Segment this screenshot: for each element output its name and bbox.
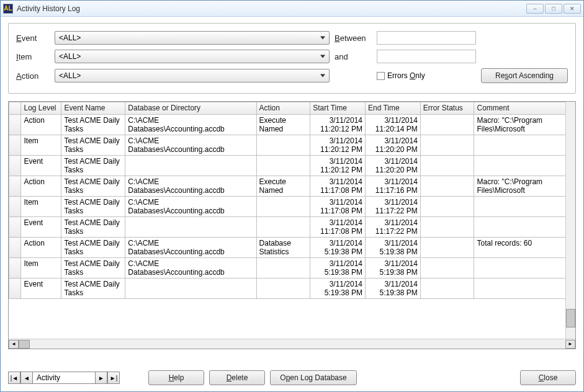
row-header[interactable]: [9, 135, 21, 156]
cell-end-time: 3/11/2014 5:19:38 PM: [366, 278, 421, 299]
item-select[interactable]: <ALL>: [55, 50, 330, 63]
table-row[interactable]: ItemTest ACME Daily TasksC:\ACME Databas…: [9, 197, 575, 217]
footer-bar: |◄ ◄ Activity ► ►| Help Delete Open Log …: [8, 370, 576, 385]
delete-button[interactable]: Delete: [209, 370, 265, 385]
cell-error: [420, 238, 474, 258]
table-row[interactable]: EventTest ACME Daily Tasks3/11/2014 11:1…: [9, 217, 575, 238]
cell-error: [420, 278, 474, 299]
cell-end-time: 3/11/2014 11:20:20 PM: [366, 156, 421, 176]
cell-action: Execute Named: [256, 176, 310, 197]
cell-event-name: Test ACME Daily Tasks: [61, 278, 125, 299]
cell-action: [256, 156, 310, 176]
cell-database: C:\ACME Databases\Accounting.accdb: [125, 258, 256, 278]
cell-log-level: Event: [21, 217, 61, 238]
close-button[interactable]: Close: [520, 370, 576, 385]
resort-button[interactable]: Resort Ascending: [481, 68, 568, 83]
cell-action: [256, 278, 310, 299]
col-log-level[interactable]: Log Level: [21, 102, 61, 115]
cell-action: Database Statistics: [256, 238, 310, 258]
cell-end-time: 3/11/2014 11:17:22 PM: [366, 197, 421, 217]
table-row[interactable]: ActionTest ACME Daily TasksC:\ACME Datab…: [9, 115, 575, 135]
errors-only-label: Errors Only: [387, 71, 425, 80]
row-header[interactable]: [9, 278, 21, 299]
horizontal-scrollbar[interactable]: ◄ ►: [9, 339, 575, 349]
horizontal-scroll-thumb[interactable]: [19, 340, 30, 349]
cell-comment: [474, 156, 575, 176]
row-header[interactable]: [9, 156, 21, 176]
cell-log-level: Item: [21, 135, 61, 156]
table-row[interactable]: ItemTest ACME Daily TasksC:\ACME Databas…: [9, 258, 575, 278]
col-end-time[interactable]: End Time: [366, 102, 421, 115]
cell-comment: [474, 278, 575, 299]
nav-last-button[interactable]: ►|: [107, 372, 120, 384]
row-header[interactable]: [9, 115, 21, 135]
log-table[interactable]: Log Level Event Name Database or Directo…: [9, 102, 575, 299]
help-button[interactable]: Help: [148, 370, 204, 385]
nav-prev-button[interactable]: ◄: [20, 372, 33, 384]
cell-start-time: 3/11/2014 5:19:38 PM: [310, 278, 366, 299]
col-start-time[interactable]: Start Time: [310, 102, 366, 115]
cell-start-time: 3/11/2014 5:19:38 PM: [310, 238, 366, 258]
nav-next-button[interactable]: ►: [95, 372, 107, 384]
vertical-scroll-thumb[interactable]: [566, 309, 575, 327]
cell-event-name: Test ACME Daily Tasks: [61, 115, 125, 135]
hscroll-left-icon[interactable]: ◄: [9, 340, 19, 349]
row-header[interactable]: [9, 176, 21, 197]
table-row[interactable]: EventTest ACME Daily Tasks3/11/2014 11:2…: [9, 156, 575, 176]
filter-panel: Event <ALL> Between Item <ALL> and Actio…: [8, 23, 576, 94]
cell-start-time: 3/11/2014 11:20:12 PM: [310, 156, 366, 176]
action-select[interactable]: <ALL>: [55, 69, 330, 82]
cell-start-time: 3/11/2014 11:17:08 PM: [310, 176, 366, 197]
col-action[interactable]: Action: [256, 102, 310, 115]
cell-database: [125, 217, 256, 238]
table-row[interactable]: ActionTest ACME Daily TasksC:\ACME Datab…: [9, 176, 575, 197]
cell-action: [256, 197, 310, 217]
table-row[interactable]: EventTest ACME Daily Tasks3/11/2014 5:19…: [9, 278, 575, 299]
cell-database: C:\ACME Databases\Accounting.accdb: [125, 238, 256, 258]
event-select[interactable]: <ALL>: [55, 31, 330, 45]
cell-event-name: Test ACME Daily Tasks: [61, 258, 125, 278]
cell-start-time: 3/11/2014 11:20:12 PM: [310, 135, 366, 156]
cell-action: [256, 217, 310, 238]
cell-end-time: 3/11/2014 5:19:38 PM: [366, 238, 421, 258]
nav-record-field[interactable]: Activity: [33, 372, 95, 384]
row-header[interactable]: [9, 217, 21, 238]
close-window-button[interactable]: ✕: [564, 4, 581, 14]
between-label: Between: [335, 33, 372, 43]
hscroll-right-icon[interactable]: ►: [565, 340, 575, 349]
col-database[interactable]: Database or Directory: [125, 102, 256, 115]
window-title: Activity History Log: [17, 4, 526, 13]
cell-error: [420, 176, 474, 197]
row-header[interactable]: [9, 258, 21, 278]
and-label: and: [335, 52, 372, 61]
between-input[interactable]: [377, 31, 476, 45]
cell-error: [420, 115, 474, 135]
cell-start-time: 3/11/2014 11:17:08 PM: [310, 217, 366, 238]
cell-error: [420, 258, 474, 278]
row-header-col: [9, 102, 21, 115]
vertical-scrollbar[interactable]: [565, 102, 575, 339]
col-event-name[interactable]: Event Name: [61, 102, 125, 115]
nav-first-button[interactable]: |◄: [8, 372, 20, 384]
action-label: Action: [16, 71, 50, 81]
row-header[interactable]: [9, 197, 21, 217]
app-icon: AL: [3, 4, 13, 14]
table-row[interactable]: ItemTest ACME Daily TasksC:\ACME Databas…: [9, 135, 575, 156]
table-row[interactable]: ActionTest ACME Daily TasksC:\ACME Datab…: [9, 238, 575, 258]
errors-only-checkbox[interactable]: [377, 72, 385, 80]
cell-event-name: Test ACME Daily Tasks: [61, 135, 125, 156]
minimize-button[interactable]: –: [526, 4, 544, 14]
cell-database: [125, 278, 256, 299]
maximize-button[interactable]: □: [545, 4, 562, 14]
cell-comment: [474, 258, 575, 278]
cell-log-level: Event: [21, 156, 61, 176]
cell-comment: [474, 135, 575, 156]
col-comment[interactable]: Comment: [474, 102, 575, 115]
open-log-database-button[interactable]: Open Log Database: [270, 370, 357, 385]
cell-error: [420, 156, 474, 176]
and-input[interactable]: [377, 50, 476, 63]
cell-error: [420, 217, 474, 238]
col-error-status[interactable]: Error Status: [420, 102, 474, 115]
event-label: Event: [16, 33, 50, 43]
row-header[interactable]: [9, 238, 21, 258]
